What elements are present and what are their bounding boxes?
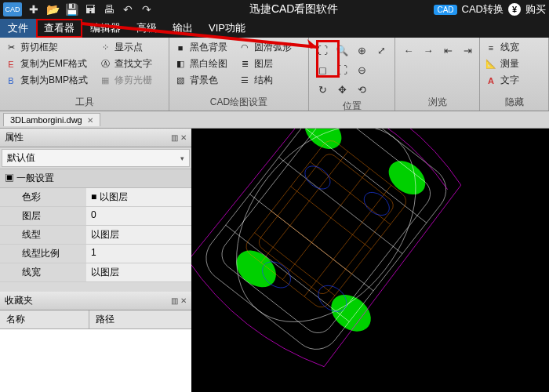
prop-row-linetype[interactable]: 线型以图层 — [0, 226, 191, 245]
new-icon[interactable]: ✚ — [27, 2, 41, 16]
zoom-reset-icon[interactable]: ⟲ — [353, 81, 370, 98]
prev-icon[interactable]: ← — [400, 42, 417, 59]
copy-emf-button[interactable]: E复制为EMF格式 — [5, 56, 88, 71]
fav-col-path[interactable]: 路径 — [89, 310, 121, 328]
zoom-sel-icon[interactable]: 🔍 — [333, 42, 351, 59]
grid-icon: ▦ — [99, 74, 111, 87]
rotate-icon[interactable]: ↻ — [314, 81, 331, 98]
undo-icon[interactable]: ↶ — [121, 2, 135, 16]
chevron-down-icon: ▾ — [180, 154, 184, 162]
zoom-ext-icon[interactable]: ⤢ — [373, 42, 390, 59]
group-label-hide: 隐藏 — [485, 94, 544, 111]
cad-viewport[interactable] — [191, 129, 549, 392]
prop-row-layer[interactable]: 图层0 — [0, 207, 191, 226]
ruler-icon: 📐 — [485, 58, 497, 71]
struct-button[interactable]: ☰结构 — [238, 73, 292, 88]
menu-output[interactable]: 输出 — [165, 19, 201, 38]
find-text-button[interactable]: Ⓐ查找文字 — [99, 56, 152, 71]
group-label-browse: 浏览 — [400, 94, 474, 111]
main-area: 属性 ▥ ✕ 默认值▾ ▣ 一般设置 色彩■ 以图层 图层0 线型以图层 线型比… — [0, 129, 549, 392]
favorites-panel-title: 收藏夹 ▥ ✕ — [0, 292, 191, 310]
browse-icons: ←→⇤⇥ — [400, 40, 474, 59]
text-button[interactable]: A文字 — [485, 73, 544, 88]
title-bar: CAD ✚ 📂 💾 🖬 🖶 ↶ ↷ 迅捷CAD看图软件 CAD CAD转换 ¥ … — [0, 0, 549, 19]
currency-icon: ¥ — [508, 3, 521, 16]
svg-line-21 — [304, 185, 391, 296]
menu-editor[interactable]: 编辑器 — [82, 19, 129, 38]
bw-draw-button[interactable]: ◧黑白绘图 — [174, 56, 227, 71]
points-icon: ⁘ — [99, 42, 111, 54]
svg-point-2 — [382, 154, 431, 201]
buy-button[interactable]: 购买 — [525, 2, 546, 16]
menu-file[interactable]: 文件 — [0, 19, 36, 38]
prop-row-linescale[interactable]: 线型比例1 — [0, 245, 191, 263]
favorites-list — [0, 329, 191, 392]
group-label-tools: 工具 — [5, 94, 164, 111]
open-icon[interactable]: 📂 — [45, 2, 60, 16]
linewidth-button[interactable]: ≡线宽 — [485, 40, 544, 55]
pan-icon[interactable]: ✥ — [333, 81, 351, 98]
ribbon-group-cad: ■黑色背景 ◧黑白绘图 ▧背景色 ◠圆滑弧形 ≣图层 ☰结构 CAD绘图设置 — [169, 38, 309, 111]
close-tab-icon[interactable]: ✕ — [87, 116, 93, 125]
svg-line-20 — [282, 169, 369, 280]
app-logo: CAD — [3, 2, 22, 16]
crop-icon: ✂ — [5, 42, 17, 54]
group-label-pos: 位置 — [314, 98, 390, 114]
prop-row-color[interactable]: 色彩■ 以图层 — [0, 188, 191, 207]
menu-vip[interactable]: VIP功能 — [201, 19, 253, 38]
redo-icon[interactable]: ↷ — [140, 2, 154, 16]
search-text-icon: Ⓐ — [99, 58, 111, 71]
file-tab[interactable]: 3DLamborgini.dwg ✕ — [3, 113, 100, 126]
measure-button[interactable]: 📐测量 — [485, 56, 544, 71]
crop-frame-button[interactable]: ✂剪切框架 — [5, 40, 88, 55]
svg-point-8 — [200, 129, 453, 356]
svg-point-5 — [229, 243, 283, 295]
properties-panel-title: 属性 ▥ ✕ — [0, 129, 191, 147]
text-icon: A — [485, 74, 497, 87]
menu-viewer[interactable]: 查看器 — [36, 19, 82, 38]
file-tab-bar: 3DLamborgini.dwg ✕ — [0, 111, 549, 129]
emf-icon: E — [5, 58, 17, 71]
save-icon[interactable]: 💾 — [64, 2, 78, 16]
extents-icon[interactable]: ⛶ — [333, 61, 351, 78]
print-icon[interactable]: 🖶 — [102, 2, 116, 16]
bg-color-button[interactable]: ▧背景色 — [174, 73, 227, 88]
show-points-button[interactable]: ⁘显示点 — [99, 40, 152, 55]
general-section-head[interactable]: ▣ 一般设置 — [0, 169, 191, 188]
favorites-header: 名称 路径 — [0, 310, 191, 329]
app-title: 迅捷CAD看图软件 — [154, 2, 434, 16]
prop-row-linewidth[interactable]: 线宽以图层 — [0, 263, 191, 282]
panel-controls[interactable]: ▥ ✕ — [171, 133, 187, 142]
zoom-out-icon[interactable]: ⊖ — [353, 61, 370, 78]
fav-col-name[interactable]: 名称 — [0, 310, 89, 328]
bmp-icon: B — [5, 74, 17, 87]
smooth-arc-button[interactable]: ◠圆滑弧形 — [238, 40, 292, 55]
next-icon[interactable]: → — [420, 42, 437, 59]
saveas-icon[interactable]: 🖬 — [83, 2, 97, 16]
quick-access-toolbar: ✚ 📂 💾 🖬 🖶 ↶ ↷ — [27, 2, 154, 16]
window-icon[interactable]: ◻ — [314, 61, 331, 78]
layer-button[interactable]: ≣图层 — [238, 56, 292, 71]
bw-icon: ◧ — [174, 58, 187, 71]
last-icon[interactable]: ⇥ — [459, 42, 476, 59]
menu-advanced[interactable]: 高级 — [129, 19, 165, 38]
svg-point-23 — [300, 162, 334, 194]
ribbon: ✂剪切框架 E复制为EMF格式 B复制为BMP格式 ⁘显示点 Ⓐ查找文字 ▦修剪… — [0, 38, 549, 111]
ribbon-group-hide: ≡线宽 📐测量 A文字 隐藏 — [480, 38, 549, 111]
trim-raster-button: ▦修剪光栅 — [99, 73, 152, 88]
ribbon-group-position: ⛶🔍⊕⤢ ◻⛶⊖ ↻✥⟲ 位置 — [309, 38, 395, 111]
panel-controls[interactable]: ▥ ✕ — [171, 296, 187, 305]
palette-icon: ▧ — [174, 74, 187, 87]
cad-convert-button[interactable]: CAD转换 — [462, 2, 504, 16]
position-icons: ⛶🔍⊕⤢ ◻⛶⊖ ↻✥⟲ — [314, 40, 390, 98]
default-dropdown[interactable]: 默认值▾ — [2, 149, 190, 167]
zoom-in-icon[interactable]: ⊕ — [353, 42, 370, 59]
black-bg-button[interactable]: ■黑色背景 — [174, 40, 227, 55]
first-icon[interactable]: ⇤ — [439, 42, 456, 59]
file-tab-label: 3DLamborgini.dwg — [10, 115, 82, 125]
menu-bar: 文件 查看器 编辑器 高级 输出 VIP功能 — [0, 19, 549, 38]
fit-icon[interactable]: ⛶ — [314, 42, 331, 59]
copy-bmp-button[interactable]: B复制为BMP格式 — [5, 73, 88, 88]
layer-icon: ≣ — [238, 58, 251, 71]
linewidth-icon: ≡ — [485, 42, 497, 54]
